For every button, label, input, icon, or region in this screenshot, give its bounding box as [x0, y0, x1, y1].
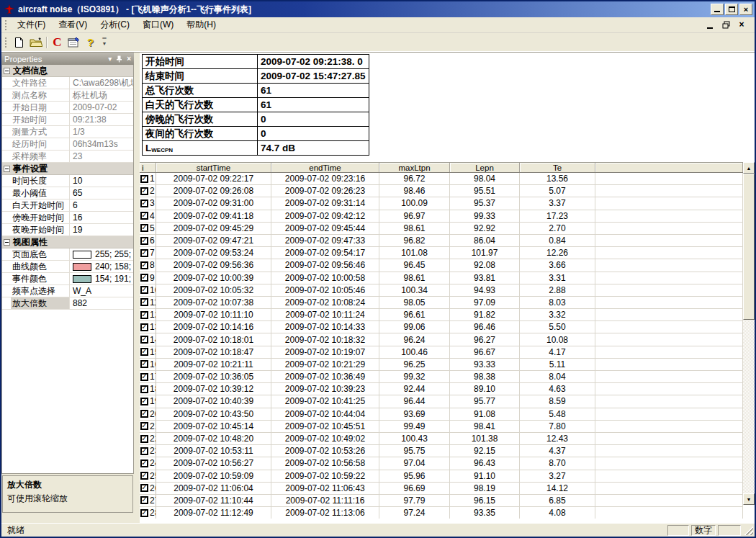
table-row[interactable]: ✓ 282009-07-02 11:12:492009-07-02 11:13:… — [140, 507, 743, 519]
row-checkbox[interactable]: ✓ — [140, 447, 148, 455]
mdi-restore-button[interactable] — [721, 21, 730, 29]
close-button[interactable]: × — [739, 4, 752, 15]
property-value[interactable]: 09:21:38 — [70, 114, 133, 125]
color-swatch[interactable] — [73, 275, 91, 283]
table-row[interactable]: ✓ 62009-07-02 09:47:212009-07-02 09:47:3… — [140, 235, 743, 247]
table-row[interactable]: ✓ 162009-07-02 10:21:112009-07-02 10:21:… — [140, 359, 743, 371]
row-checkbox[interactable]: ✓ — [140, 422, 148, 430]
row-checkbox[interactable]: ✓ — [140, 336, 148, 344]
table-row[interactable]: ✓ 262009-07-02 11:06:042009-07-02 11:06:… — [140, 483, 743, 495]
table-row[interactable]: ✓ 42009-07-02 09:41:182009-07-02 09:42:1… — [140, 210, 743, 223]
row-checkbox[interactable]: ✓ — [140, 298, 148, 306]
table-row[interactable]: ✓ 212009-07-02 10:45:142009-07-02 10:45:… — [140, 421, 743, 433]
row-checkbox[interactable]: ✓ — [140, 373, 148, 381]
table-row[interactable]: ✓ 232009-07-02 10:53:112009-07-02 10:53:… — [140, 445, 743, 457]
column-header-Te[interactable]: Te — [520, 163, 595, 172]
open-file-button[interactable] — [27, 35, 44, 50]
panel-chevron-down-icon[interactable]: ▾ — [108, 55, 112, 63]
row-checkbox[interactable]: ✓ — [140, 435, 148, 443]
color-swatch[interactable] — [73, 251, 91, 259]
collapse-minus-icon[interactable] — [4, 239, 10, 246]
column-header-i[interactable]: i — [140, 163, 156, 172]
property-value[interactable]: W_A — [70, 285, 133, 297]
maximize-button[interactable] — [725, 4, 738, 15]
new-file-button[interactable] — [11, 35, 27, 50]
row-checkbox[interactable]: ✓ — [140, 286, 148, 294]
row-checkbox[interactable]: ✓ — [140, 484, 148, 492]
table-row[interactable]: ✓ 142009-07-02 10:18:012009-07-02 10:18:… — [140, 333, 743, 346]
menu-item-查看(V)[interactable]: 查看(V) — [52, 17, 94, 32]
menu-item-分析(C)[interactable]: 分析(C) — [94, 17, 136, 32]
row-checkbox[interactable]: ✓ — [140, 212, 148, 220]
row-checkbox[interactable]: ✓ — [140, 187, 148, 195]
vertical-scrollbar[interactable]: ▲ ▼ — [743, 162, 755, 505]
resize-grip-icon[interactable] — [744, 526, 753, 535]
row-checkbox[interactable]: ✓ — [140, 224, 148, 232]
color-swatch[interactable] — [73, 263, 91, 271]
row-checkbox[interactable]: ✓ — [140, 323, 148, 331]
mdi-minimize-button[interactable] — [706, 21, 714, 29]
scroll-down-button[interactable]: ▼ — [743, 493, 755, 505]
table-row[interactable]: ✓ 172009-07-02 10:36:052009-07-02 10:36:… — [140, 371, 743, 383]
menu-item-文件(F)[interactable]: 文件(F) — [11, 17, 52, 32]
column-header-endTime[interactable]: endTime — [271, 163, 379, 172]
row-checkbox[interactable]: ✓ — [140, 348, 148, 356]
row-checkbox[interactable]: ✓ — [140, 472, 148, 480]
column-header-Lepn[interactable]: Lepn — [450, 163, 520, 172]
row-checkbox[interactable]: ✓ — [140, 385, 148, 393]
property-value[interactable]: 23 — [70, 151, 133, 162]
collapse-minus-icon[interactable] — [4, 166, 10, 172]
property-value[interactable]: C:\awa6298\机场 — [70, 77, 133, 89]
property-value[interactable]: 06h34m13s — [70, 138, 133, 150]
row-checkbox[interactable]: ✓ — [140, 274, 148, 282]
table-row[interactable]: ✓ 132009-07-02 10:14:162009-07-02 10:14:… — [140, 321, 743, 333]
table-row[interactable]: ✓ 242009-07-02 10:56:272009-07-02 10:56:… — [140, 457, 743, 470]
table-row[interactable]: ✓ 72009-07-02 09:53:242009-07-02 09:54:1… — [140, 247, 743, 259]
table-row[interactable]: ✓ 112009-07-02 10:07:382009-07-02 10:08:… — [140, 297, 743, 309]
calibration-button[interactable]: C — [49, 35, 66, 50]
panel-pin-icon[interactable] — [116, 55, 122, 63]
table-row[interactable]: ✓ 122009-07-02 10:11:102009-07-02 10:11:… — [140, 309, 743, 321]
table-row[interactable]: ✓ 272009-07-02 11:10:442009-07-02 11:11:… — [140, 495, 743, 507]
column-header-maxLtpn[interactable]: maxLtpn — [379, 163, 450, 172]
property-value[interactable]: 栎社机场 — [70, 89, 133, 101]
row-checkbox[interactable]: ✓ — [140, 496, 148, 504]
table-row[interactable]: ✓ 32009-07-02 09:31:002009-07-02 09:31:1… — [140, 197, 743, 210]
mdi-close-button[interactable]: × — [737, 21, 746, 29]
table-row[interactable]: ✓ 252009-07-02 10:59:092009-07-02 10:59:… — [140, 470, 743, 483]
row-checkbox[interactable]: ✓ — [140, 311, 148, 319]
property-value[interactable]: 240; 158; 15 — [70, 261, 133, 272]
property-value[interactable]: 1/3 — [70, 126, 133, 138]
row-checkbox[interactable]: ✓ — [140, 199, 148, 207]
panel-splitter[interactable] — [134, 53, 140, 523]
row-checkbox[interactable]: ✓ — [140, 509, 148, 517]
property-value[interactable]: 65 — [70, 187, 133, 199]
table-row[interactable]: ✓ 222009-07-02 10:48:202009-07-02 10:49:… — [140, 433, 743, 445]
help-button[interactable]: ? — [82, 35, 99, 50]
table-row[interactable]: ✓ 92009-07-02 10:00:392009-07-02 10:00:5… — [140, 272, 743, 284]
table-row[interactable]: ✓ 102009-07-02 10:05:322009-07-02 10:05:… — [140, 284, 743, 297]
property-section-header[interactable]: 事件设置 — [2, 163, 133, 175]
property-value[interactable]: 10 — [70, 175, 133, 187]
property-value[interactable]: 882 — [70, 297, 133, 309]
property-value[interactable]: 154; 191; 18 — [70, 273, 133, 284]
row-checkbox[interactable]: ✓ — [140, 360, 148, 368]
table-row[interactable]: ✓ 12009-07-02 09:22:172009-07-02 09:23:1… — [140, 173, 743, 185]
minimize-button[interactable] — [711, 4, 724, 15]
row-checkbox[interactable]: ✓ — [140, 175, 148, 183]
collapse-minus-icon[interactable] — [4, 68, 10, 74]
table-row[interactable]: ✓ 202009-07-02 10:43:502009-07-02 10:44:… — [140, 408, 743, 421]
property-value[interactable]: 255; 255; 25 — [70, 248, 133, 260]
row-checkbox[interactable]: ✓ — [140, 237, 148, 245]
property-value[interactable]: 19 — [70, 224, 133, 236]
properties-button[interactable] — [66, 35, 82, 50]
row-checkbox[interactable]: ✓ — [140, 261, 148, 269]
property-section-header[interactable]: 视图属性 — [2, 236, 133, 248]
row-checkbox[interactable]: ✓ — [140, 459, 148, 467]
table-row[interactable]: ✓ 192009-07-02 10:40:392009-07-02 10:41:… — [140, 395, 743, 408]
table-row[interactable]: ✓ 52009-07-02 09:45:292009-07-02 09:45:4… — [140, 223, 743, 235]
property-section-header[interactable]: 文档信息 — [2, 65, 133, 77]
table-row[interactable]: ✓ 182009-07-02 10:39:122009-07-02 10:39:… — [140, 383, 743, 395]
panel-close-icon[interactable]: × — [127, 55, 131, 63]
column-header-startTime[interactable]: startTime — [156, 163, 271, 172]
